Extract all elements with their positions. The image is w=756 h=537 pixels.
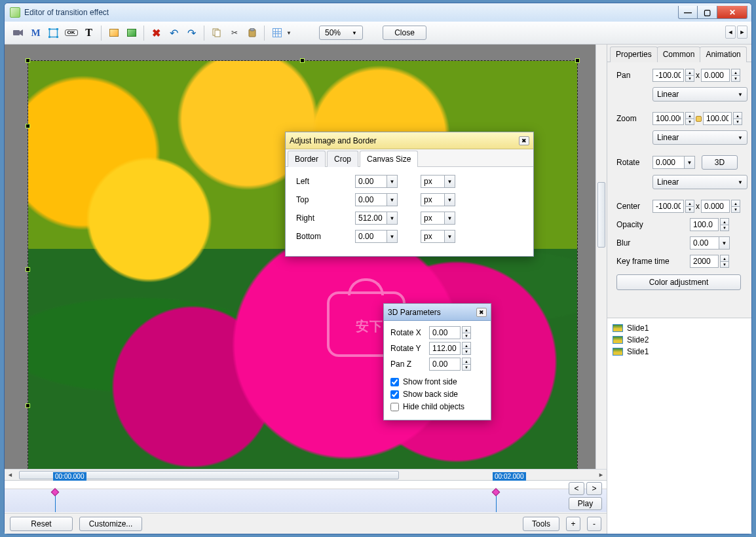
blur-label: Blur xyxy=(616,238,690,248)
close-button[interactable]: Close xyxy=(383,26,426,40)
dialog-titlebar[interactable]: 3D Parameters ✖ xyxy=(384,304,491,321)
keyframe-input[interactable]: ▲▼ xyxy=(690,255,729,268)
left-unit-select[interactable]: px▼ xyxy=(421,175,455,188)
rotate-y-label: Rotate Y xyxy=(390,344,426,353)
rotate-value-input[interactable]: ▼ xyxy=(652,156,695,169)
center-x-input[interactable]: ▲▼ xyxy=(652,200,694,213)
bottom-value-input[interactable]: ▼ xyxy=(355,230,398,243)
top-label: Top xyxy=(296,195,349,204)
text-tool-icon[interactable]: T xyxy=(81,25,97,41)
pan-x-input[interactable]: ▲▼ xyxy=(652,69,694,82)
timeline-prev-button[interactable]: < xyxy=(569,482,584,495)
pan-y-input[interactable]: ▲▼ xyxy=(701,69,740,82)
toolbar-separator xyxy=(143,26,144,41)
tab-properties[interactable]: Properties xyxy=(610,46,658,62)
lock-icon[interactable] xyxy=(696,116,702,122)
tab-border[interactable]: Border xyxy=(288,151,326,167)
camera-tool-icon[interactable] xyxy=(10,25,26,41)
pager-prev-button[interactable]: ◄ xyxy=(725,26,736,39)
frame-tool-icon[interactable] xyxy=(45,25,62,41)
x-separator: x xyxy=(694,202,701,211)
bottom-label: Bottom xyxy=(296,232,349,241)
svg-rect-2 xyxy=(50,29,58,37)
3d-parameters-dialog[interactable]: 3D Parameters ✖ Rotate X ▲▼ Rotate Y ▲▼ xyxy=(383,303,491,420)
zoom-y-input[interactable]: ▲▼ xyxy=(703,112,742,125)
window-close-button[interactable]: ✕ xyxy=(717,6,747,19)
top-value-input[interactable]: ▼ xyxy=(355,193,398,206)
delete-tool-icon[interactable]: ✖ xyxy=(148,25,164,41)
slide-thumb-icon xyxy=(613,324,623,332)
rotate-y-input[interactable]: ▲▼ xyxy=(429,342,471,355)
rotate-3d-button[interactable]: 3D xyxy=(702,155,738,170)
tab-crop[interactable]: Crop xyxy=(327,151,358,167)
keyframe-end[interactable] xyxy=(492,488,501,496)
rotate-x-input[interactable]: ▲▼ xyxy=(429,326,471,339)
hide-child-checkbox[interactable]: Hide child objects xyxy=(390,402,484,411)
rotate-interp-select[interactable]: Linear▼ xyxy=(652,175,747,189)
top-unit-select[interactable]: px▼ xyxy=(421,193,455,206)
show-back-checkbox[interactable]: Show back side xyxy=(390,390,484,399)
grid-tool-icon[interactable] xyxy=(269,25,285,41)
zoom-x-input[interactable]: ▲▼ xyxy=(652,112,694,125)
svg-rect-8 xyxy=(215,30,220,37)
pan-z-input[interactable]: ▲▼ xyxy=(429,358,471,371)
tab-canvas-size[interactable]: Canvas Size xyxy=(360,151,418,167)
reset-button[interactable]: Reset xyxy=(10,517,73,531)
canvas-stage[interactable]: 安下载 Adjust Image and Border ✖ Border Cro… xyxy=(5,45,607,469)
keyframe-start[interactable] xyxy=(51,488,60,496)
vertical-scrollbar[interactable] xyxy=(595,45,607,469)
bottom-unit-select[interactable]: px▼ xyxy=(421,230,455,243)
copy-tool-icon[interactable] xyxy=(208,25,225,41)
tab-animation[interactable]: Animation xyxy=(700,46,746,62)
image-tool-icon[interactable] xyxy=(123,25,140,41)
mask-tool-icon[interactable]: M xyxy=(28,25,44,41)
pager-next-button[interactable]: ► xyxy=(737,26,747,39)
timeline-start-tag: 00:00.000 xyxy=(53,472,86,481)
cut-tool-icon[interactable]: ✂ xyxy=(226,25,242,41)
rectangle-tool-icon[interactable] xyxy=(105,25,122,41)
dialog-close-button[interactable]: ✖ xyxy=(519,136,529,145)
right-label: Right xyxy=(296,213,349,223)
window-title: Editor of transition effect xyxy=(24,8,678,17)
toolbar-separator xyxy=(101,26,102,41)
ok-button-tool-icon[interactable]: OK xyxy=(63,25,79,41)
right-unit-select[interactable]: px▼ xyxy=(421,212,455,225)
pan-interp-select[interactable]: Linear▼ xyxy=(652,87,747,102)
zoom-select[interactable]: 50% ▼ xyxy=(319,26,363,40)
tab-common[interactable]: Common xyxy=(657,46,701,62)
window-maximize-button[interactable]: ▢ xyxy=(698,6,717,19)
blur-input[interactable]: ▼ xyxy=(690,236,730,250)
opacity-input[interactable]: ▲▼ xyxy=(690,218,729,231)
list-item[interactable]: Slide1 xyxy=(613,322,746,334)
center-y-input[interactable]: ▲▼ xyxy=(701,200,740,213)
tools-button[interactable]: Tools xyxy=(523,517,559,531)
customize-button[interactable]: Customize... xyxy=(79,517,142,531)
zoom-interp-select[interactable]: Linear▼ xyxy=(652,130,747,145)
list-item[interactable]: Slide1 xyxy=(613,346,746,358)
paste-tool-icon[interactable] xyxy=(244,25,260,41)
timeline[interactable]: 00:00.000 00:02.000 < > Play xyxy=(5,480,607,513)
dialog-close-button[interactable]: ✖ xyxy=(476,308,487,317)
left-value-input[interactable]: ▼ xyxy=(355,175,398,188)
canvas-image[interactable] xyxy=(28,61,577,469)
timeline-play-button[interactable]: Play xyxy=(569,497,602,510)
redo-tool-icon[interactable]: ↷ xyxy=(183,25,200,41)
svg-marker-1 xyxy=(20,29,23,36)
titlebar[interactable]: Editor of transition effect — ▢ ✕ xyxy=(5,3,751,22)
color-adjustment-button[interactable]: Color adjustment xyxy=(616,274,741,290)
show-front-checkbox[interactable]: Show front side xyxy=(390,377,484,386)
window-minimize-button[interactable]: — xyxy=(678,6,698,19)
minus-button[interactable]: - xyxy=(587,517,601,531)
plus-button[interactable]: + xyxy=(566,517,580,531)
timeline-next-button[interactable]: > xyxy=(586,482,602,495)
toolbar-separator xyxy=(264,26,265,41)
x-separator: x xyxy=(694,71,701,80)
right-value-input[interactable]: ▼ xyxy=(355,212,398,225)
adjust-image-dialog[interactable]: Adjust Image and Border ✖ Border Crop Ca… xyxy=(285,132,534,257)
list-item[interactable]: Slide2 xyxy=(613,334,746,346)
dialog-titlebar[interactable]: Adjust Image and Border ✖ xyxy=(286,132,533,149)
svg-rect-0 xyxy=(13,30,20,35)
grid-dropdown-caret-icon[interactable]: ▼ xyxy=(286,25,292,41)
zoom-value: 50% xyxy=(325,28,341,37)
undo-tool-icon[interactable]: ↶ xyxy=(166,25,182,41)
